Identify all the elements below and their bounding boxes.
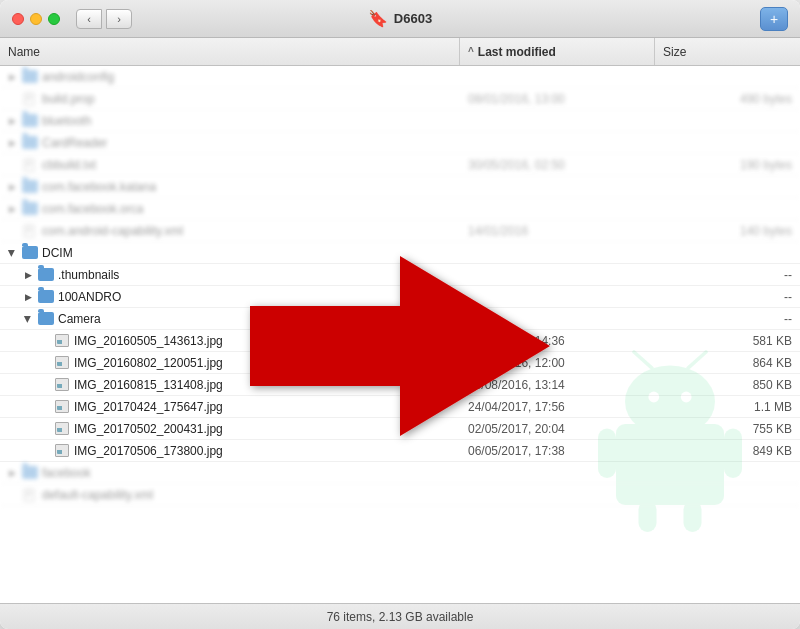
- file-modified-cell: 30/05/2016, 02:50: [460, 158, 655, 172]
- folder-icon: [22, 202, 38, 215]
- list-item[interactable]: ▶androidconfig: [0, 66, 800, 88]
- file-name-label: default-capability.xml: [42, 488, 153, 502]
- list-item[interactable]: ▶com.facebook.orca: [0, 198, 800, 220]
- list-item[interactable]: ▶bluetooth: [0, 110, 800, 132]
- file-size-cell: 849 KB: [655, 444, 800, 458]
- file-name-cell: IMG_20170502_200431.jpg: [0, 418, 460, 439]
- list-item[interactable]: IMG_20170502_200431.jpg02/05/2017, 20:04…: [0, 418, 800, 440]
- window-title: D6603: [394, 11, 432, 26]
- file-name-label: androidconfig: [42, 70, 114, 84]
- file-icon: [22, 91, 38, 107]
- file-size-cell: 581 KB: [655, 334, 800, 348]
- expand-arrow-icon[interactable]: ▶: [22, 313, 34, 325]
- sort-arrow-icon: ^: [468, 46, 474, 57]
- expand-arrow-icon[interactable]: ▶: [22, 291, 34, 303]
- file-name-cell: cbbuild.txt: [0, 154, 460, 175]
- file-modified-cell: 02/05/2017, 20:04: [460, 422, 655, 436]
- status-text: 76 items, 2.13 GB available: [327, 610, 474, 624]
- folder-icon: [22, 70, 38, 83]
- file-size-cell: --: [655, 312, 800, 326]
- image-file-icon: [54, 443, 70, 459]
- file-size-cell: 850 KB: [655, 378, 800, 392]
- file-size-cell: 140 bytes: [655, 224, 800, 238]
- file-name-cell: ▶100ANDRO: [0, 286, 460, 307]
- file-name-cell: com.android-capability.xml: [0, 220, 460, 241]
- file-name-cell: ▶com.facebook.orca: [0, 198, 460, 219]
- file-name-cell: IMG_20160505_143613.jpg: [0, 330, 460, 351]
- list-item[interactable]: ▶Camera----: [0, 308, 800, 330]
- file-name-label: facebook: [42, 466, 91, 480]
- expand-arrow-icon[interactable]: ▶: [6, 467, 18, 479]
- list-item[interactable]: IMG_20170506_173800.jpg06/05/2017, 17:38…: [0, 440, 800, 462]
- expand-arrow-icon[interactable]: ▶: [22, 269, 34, 281]
- minimize-button[interactable]: [30, 13, 42, 25]
- list-item[interactable]: com.android-capability.xml14/01/2016140 …: [0, 220, 800, 242]
- list-item[interactable]: ▶100ANDRO--: [0, 286, 800, 308]
- list-item[interactable]: cbbuild.txt30/05/2016, 02:50190 bytes: [0, 154, 800, 176]
- file-modified-cell: 02/08/2016, 12:00: [460, 356, 655, 370]
- expand-arrow-icon[interactable]: ▶: [6, 71, 18, 83]
- list-item[interactable]: ▶CardReader: [0, 132, 800, 154]
- list-item[interactable]: ▶DCIM: [0, 242, 800, 264]
- expand-arrow-icon: [38, 335, 50, 347]
- folder-icon: [38, 268, 54, 281]
- expand-arrow-icon[interactable]: ▶: [6, 203, 18, 215]
- close-button[interactable]: [12, 13, 24, 25]
- list-item[interactable]: default-capability.xml: [0, 484, 800, 506]
- expand-arrow-icon[interactable]: ▶: [6, 137, 18, 149]
- forward-button[interactable]: ›: [106, 9, 132, 29]
- file-modified-cell: 08/01/2016, 13:00: [460, 92, 655, 106]
- file-size-cell: 864 KB: [655, 356, 800, 370]
- folder-icon: [22, 114, 38, 127]
- folder-icon: [38, 312, 54, 325]
- file-name-cell: ▶CardReader: [0, 132, 460, 153]
- add-folder-icon: +: [770, 11, 778, 27]
- file-name-cell: ▶Camera: [0, 308, 460, 329]
- list-item[interactable]: IMG_20160505_143613.jpg05/05/2016, 14:36…: [0, 330, 800, 352]
- list-item[interactable]: IMG_20170424_175647.jpg24/04/2017, 17:56…: [0, 396, 800, 418]
- expand-arrow-icon[interactable]: ▶: [6, 115, 18, 127]
- file-name-cell: IMG_20170424_175647.jpg: [0, 396, 460, 417]
- file-size-cell: 1.1 MB: [655, 400, 800, 414]
- expand-arrow-icon[interactable]: ▶: [6, 181, 18, 193]
- expand-arrow-icon: [6, 159, 18, 171]
- col-header-size[interactable]: Size: [655, 38, 800, 65]
- list-item[interactable]: ▶com.facebook.katana: [0, 176, 800, 198]
- file-name-label: IMG_20170506_173800.jpg: [74, 444, 223, 458]
- maximize-button[interactable]: [48, 13, 60, 25]
- file-name-label: com.facebook.katana: [42, 180, 156, 194]
- back-button[interactable]: ‹: [76, 9, 102, 29]
- col-header-modified[interactable]: ^ Last modified: [460, 38, 655, 65]
- list-item[interactable]: IMG_20160815_131408.jpg15/08/2016, 13:14…: [0, 374, 800, 396]
- file-name-cell: default-capability.xml: [0, 484, 460, 505]
- file-name-label: IMG_20160505_143613.jpg: [74, 334, 223, 348]
- file-list[interactable]: ▶androidconfigbuild.prop08/01/2016, 13:0…: [0, 66, 800, 603]
- file-icon: [22, 223, 38, 239]
- file-name-label: Camera: [58, 312, 101, 326]
- file-name-label: DCIM: [42, 246, 73, 260]
- col-header-name[interactable]: Name: [0, 38, 460, 65]
- file-modified-cell: 05/05/2016, 14:36: [460, 334, 655, 348]
- file-size-cell: 755 KB: [655, 422, 800, 436]
- file-size-cell: --: [655, 268, 800, 282]
- svg-rect-11: [24, 93, 34, 105]
- list-item[interactable]: build.prop08/01/2016, 13:00490 bytes: [0, 88, 800, 110]
- file-name-cell: build.prop: [0, 88, 460, 109]
- file-name-cell: IMG_20160802_120051.jpg: [0, 352, 460, 373]
- file-name-cell: ▶.thumbnails: [0, 264, 460, 285]
- folder-icon: [22, 466, 38, 479]
- list-item[interactable]: ▶facebook: [0, 462, 800, 484]
- svg-rect-19: [24, 225, 34, 237]
- file-name-label: IMG_20170424_175647.jpg: [74, 400, 223, 414]
- column-headers: Name ^ Last modified Size: [0, 38, 800, 66]
- list-item[interactable]: ▶.thumbnails--: [0, 264, 800, 286]
- expand-arrow-icon[interactable]: ▶: [6, 247, 18, 259]
- file-name-cell: ▶DCIM: [0, 242, 460, 263]
- list-item[interactable]: IMG_20160802_120051.jpg02/08/2016, 12:00…: [0, 352, 800, 374]
- expand-arrow-icon: [38, 357, 50, 369]
- image-file-icon: [54, 355, 70, 371]
- file-name-label: bluetooth: [42, 114, 91, 128]
- add-folder-button[interactable]: +: [760, 7, 788, 31]
- file-name-cell: ▶bluetooth: [0, 110, 460, 131]
- file-name-label: IMG_20160802_120051.jpg: [74, 356, 223, 370]
